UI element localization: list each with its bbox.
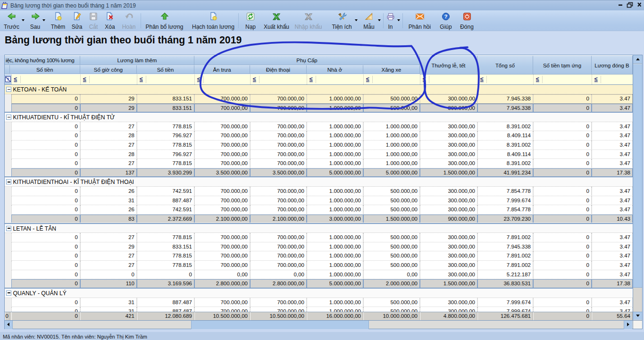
svg-text:?: ? (444, 14, 447, 19)
